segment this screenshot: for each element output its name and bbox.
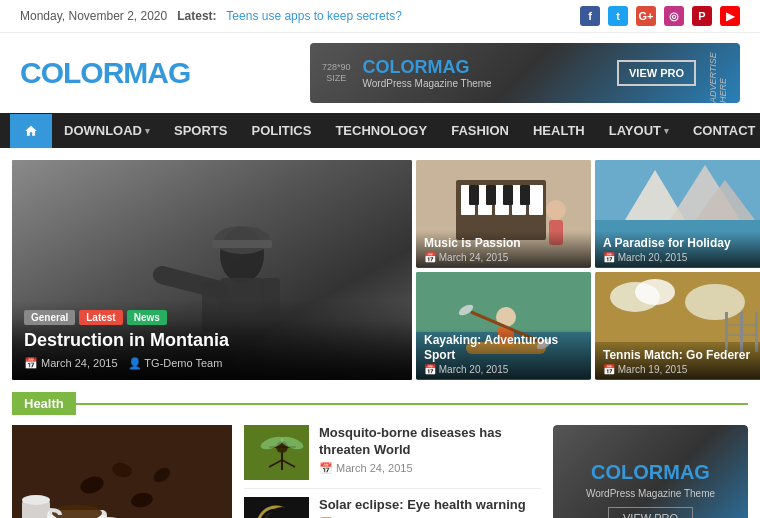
nav-fashion[interactable]: FASHION — [439, 113, 521, 148]
nav-technology[interactable]: TECHNOLOGY — [323, 113, 439, 148]
side-kayak-title: Kayaking: Adventurous Sport — [424, 333, 583, 362]
ad-mag-label: MAG — [428, 57, 470, 77]
health-main-image-area[interactable] — [12, 425, 232, 518]
mosquito-thumbnail — [244, 425, 309, 480]
svg-point-39 — [685, 284, 745, 320]
sidebar-ad: COLORMAG WordPress Magazine Theme VIEW P… — [553, 425, 748, 518]
featured-main-title: Destruction in Montania — [24, 330, 400, 352]
ad-view-pro-button[interactable]: VIEW PRO — [617, 60, 696, 86]
twitter-icon[interactable]: t — [608, 6, 628, 26]
svg-rect-7 — [212, 240, 272, 248]
badge-news: News — [127, 310, 167, 325]
side-tennis-date: 📅 March 19, 2015 — [603, 364, 760, 375]
sidebar-ad-brand: COLORMAG — [591, 461, 710, 484]
svg-rect-16 — [469, 185, 479, 205]
top-bar: Monday, November 2, 2020 Latest: Teens u… — [0, 0, 760, 33]
main-content: General Latest News Destruction in Monta… — [0, 148, 760, 518]
featured-main-overlay: General Latest News Destruction in Monta… — [12, 300, 412, 380]
pinterest-icon[interactable]: P — [692, 6, 712, 26]
tennis-overlay: Tennis Match: Go Federer 📅 March 19, 201… — [595, 343, 760, 380]
dropdown-caret: ▾ — [145, 126, 150, 136]
side-item-kayaking[interactable]: Kayaking: Adventurous Sport 📅 March 20, … — [416, 272, 591, 380]
svg-rect-58 — [244, 425, 309, 480]
svg-rect-44 — [725, 334, 758, 336]
side-item-music[interactable]: Music is Passion 📅 March 24, 2015 — [416, 160, 591, 268]
tag-badges: General Latest News — [24, 310, 400, 325]
latest-label: Latest: — [177, 9, 216, 23]
logo-color: COLOR — [20, 56, 123, 89]
health-section-label: Health — [12, 392, 76, 415]
logo-area: COLORMAG 728*90 SIZE COLORMAG WordPress … — [0, 33, 760, 113]
facebook-icon[interactable]: f — [580, 6, 600, 26]
nav-health[interactable]: HEALTH — [521, 113, 597, 148]
logo-mag: MAG — [123, 56, 190, 89]
mosquito-article-date: 📅 March 24, 2015 — [319, 462, 541, 475]
side-item-holiday[interactable]: A Paradise for Holiday 📅 March 20, 2015 — [595, 160, 760, 268]
nav-layout[interactable]: LAYOUT ▾ — [597, 113, 681, 148]
ad-sub: WordPress Magazine Theme — [363, 78, 605, 89]
music-overlay: Music is Passion 📅 March 24, 2015 — [416, 231, 591, 268]
dropdown-caret-layout: ▾ — [664, 126, 669, 136]
home-icon — [24, 124, 38, 138]
bottom-row: Mosquito-borne diseases has threaten Wor… — [12, 425, 748, 518]
featured-main-article[interactable]: General Latest News Destruction in Monta… — [12, 160, 412, 380]
nav-sports[interactable]: SPORTS — [162, 113, 239, 148]
ad-text: COLORMAG WordPress Magazine Theme — [363, 57, 605, 89]
health-section-line — [76, 403, 748, 405]
article-mosquito[interactable]: Mosquito-borne diseases has threaten Wor… — [244, 425, 541, 489]
sidebar-ad-sub: WordPress Magazine Theme — [586, 488, 715, 499]
mosquito-article-text: Mosquito-borne diseases has threaten Wor… — [319, 425, 541, 475]
health-articles-list: Mosquito-borne diseases has threaten Wor… — [244, 425, 541, 518]
ad-brand: COLORMAG — [363, 57, 605, 78]
side-music-title: Music is Passion — [424, 236, 583, 250]
svg-rect-17 — [486, 185, 496, 205]
main-nav: DOWNLOAD ▾ SPORTS POLITICS TECHNOLOGY FA… — [0, 113, 760, 148]
social-icons: f t G+ ◎ P ▶ — [580, 6, 740, 26]
top-bar-left: Monday, November 2, 2020 Latest: Teens u… — [20, 9, 402, 23]
health-section-header: Health — [12, 392, 748, 415]
featured-author: 👤 TG-Demo Team — [128, 357, 223, 370]
ad-tag: ADVERTISE HERE — [708, 43, 728, 103]
eclipse-thumbnail — [244, 497, 309, 518]
side-holiday-date: 📅 March 20, 2015 — [603, 252, 760, 263]
svg-rect-18 — [503, 185, 513, 205]
site-logo[interactable]: COLORMAG — [20, 56, 190, 90]
featured-main-meta: 📅 March 24, 2015 👤 TG-Demo Team — [24, 357, 400, 370]
sidebar-ad-wrapper: COLORMAG WordPress Magazine Theme VIEW P… — [553, 425, 748, 518]
ad-banner-top: 728*90 SIZE COLORMAG WordPress Magazine … — [310, 43, 740, 103]
kayak-overlay: Kayaking: Adventurous Sport 📅 March 20, … — [416, 328, 591, 380]
svg-rect-43 — [725, 324, 758, 326]
nav-politics[interactable]: POLITICS — [239, 113, 323, 148]
health-grid: Mosquito-borne diseases has threaten Wor… — [12, 425, 541, 518]
sidebar-ad-box: COLORMAG WordPress Magazine Theme VIEW P… — [553, 425, 748, 518]
side-item-tennis[interactable]: Tennis Match: Go Federer 📅 March 19, 201… — [595, 272, 760, 380]
svg-point-57 — [22, 495, 50, 505]
latest-link[interactable]: Teens use apps to keep secrets? — [226, 9, 401, 23]
home-nav-button[interactable] — [10, 114, 52, 148]
side-tennis-title: Tennis Match: Go Federer — [603, 348, 760, 362]
badge-general: General — [24, 310, 75, 325]
googleplus-icon[interactable]: G+ — [636, 6, 656, 26]
svg-point-20 — [546, 200, 566, 220]
date-label: Monday, November 2, 2020 — [20, 9, 167, 23]
badge-latest: Latest — [79, 310, 122, 325]
holiday-overlay: A Paradise for Holiday 📅 March 20, 2015 — [595, 231, 760, 268]
article-eclipse[interactable]: Solar eclipse: Eye health warning 📅 Marc… — [244, 497, 541, 518]
nav-contact[interactable]: CONTACT — [681, 113, 760, 148]
side-holiday-title: A Paradise for Holiday — [603, 236, 760, 250]
youtube-icon[interactable]: ▶ — [720, 6, 740, 26]
ad-size-label: 728*90 SIZE — [322, 62, 351, 84]
eclipse-article-text: Solar eclipse: Eye health warning 📅 Marc… — [319, 497, 526, 518]
svg-rect-15 — [529, 185, 543, 215]
nav-items: DOWNLOAD ▾ SPORTS POLITICS TECHNOLOGY FA… — [52, 113, 760, 148]
side-kayak-date: 📅 March 20, 2015 — [424, 364, 583, 375]
instagram-icon[interactable]: ◎ — [664, 6, 684, 26]
coffee-svg — [12, 425, 232, 518]
side-music-date: 📅 March 24, 2015 — [424, 252, 583, 263]
sidebar-ad-btn[interactable]: VIEW PRO — [608, 507, 693, 518]
featured-side-grid: Music is Passion 📅 March 24, 2015 — [416, 160, 760, 380]
featured-date: 📅 March 24, 2015 — [24, 357, 118, 370]
sidebar-ad-mag: MAG — [663, 461, 710, 483]
nav-download[interactable]: DOWNLOAD ▾ — [52, 113, 162, 148]
svg-point-38 — [635, 279, 675, 305]
